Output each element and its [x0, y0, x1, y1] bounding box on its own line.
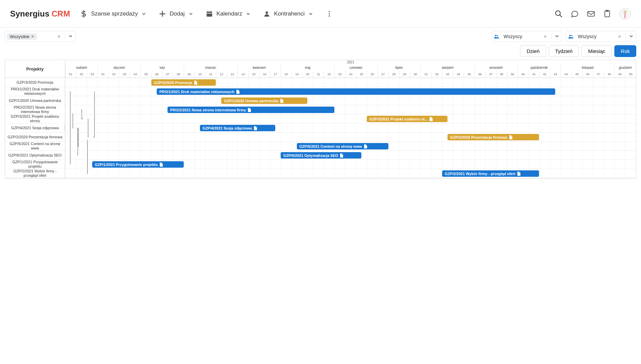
gantt-bar[interactable]: GZP/4/2021 Sesja zdjęciowa [200, 125, 275, 131]
gantt-bar[interactable]: PRO/1/2021 Druk materiałów reklamowych [157, 88, 555, 95]
gantt-week-cell: 27 [378, 71, 388, 78]
view-day-button[interactable]: Dzień [520, 45, 546, 57]
chevron-down-icon [246, 12, 250, 16]
filter-clear-icon[interactable]: ✕ [616, 34, 623, 39]
svg-rect-1 [206, 13, 212, 13]
gantt-bar[interactable]: GZP/2/2021 Wybór firmy - przegląd ofert [442, 170, 539, 177]
filter-team1-label: Wszyscy [502, 34, 523, 39]
chip-remove-icon[interactable]: ✕ [31, 34, 34, 39]
gantt-project-label[interactable]: GZP/6/2021 Optymalizacja SEO [5, 151, 65, 160]
filter-team1[interactable]: Wszyscy ✕ [491, 31, 562, 42]
document-icon [160, 163, 163, 167]
gantt-week-cell: 18 [281, 71, 291, 78]
gantt-week-cell: 20 [302, 71, 313, 78]
document-icon [248, 108, 251, 112]
gantt-bar-label: PRO/1/2021 Druk materiałów reklamowych [159, 90, 234, 94]
search-icon[interactable] [555, 10, 563, 18]
gantt-month-cell: sierpień [420, 65, 474, 71]
main-nav: Szanse sprzedaży Dodaj Kalendarz Kontrah… [80, 10, 555, 18]
gantt-week-cell: 41 [528, 71, 539, 78]
gantt-week-cell: 13 [227, 71, 237, 78]
gantt-bar-label: PRO/2/2021 Nowa strona internetowa firmy [170, 108, 246, 112]
filter-bar: Wszystkie ✕ ✕ Wszyscy ✕ Wszyscy ✕ [0, 28, 641, 45]
filter-chip-all[interactable]: Wszystkie ✕ [7, 33, 37, 40]
chat-icon[interactable] [571, 10, 579, 18]
nav-opportunities[interactable]: Szanse sprzedaży [80, 10, 146, 18]
filter-team2[interactable]: Wszyscy ✕ [565, 31, 636, 42]
svg-rect-15 [625, 13, 626, 18]
filter-dropdown-icon[interactable] [68, 33, 73, 39]
gantt-bar[interactable]: GZP/1/2020 Umowa partnerska [221, 97, 307, 104]
gantt-row: PRO/1/2021 Druk materiałów reklamowych [65, 87, 636, 96]
gantt-bar[interactable]: GZP/3/2021 Projekt szablonu st... [367, 116, 447, 122]
gantt-project-label[interactable]: GZP/3/2020 Promocja [5, 78, 65, 87]
gantt-project-label[interactable]: PRO/1/2021 Druk materiałów reklamowych [5, 87, 65, 96]
gantt-project-label[interactable]: GZP/2/2020 Prezentacja firmowa [5, 133, 65, 142]
gantt-project-label[interactable]: GZP/1/2021 Przygotowanie projektu [5, 160, 65, 169]
gantt-row: GZP/1/2020 Umowa partnerska [65, 96, 636, 105]
view-week-button[interactable]: Tydzień [549, 45, 579, 57]
gantt-project-label[interactable]: GZP/4/2021 Sesja zdjęciowa [5, 123, 65, 133]
clipboard-icon[interactable] [603, 10, 611, 18]
gantt-week-cell: 36 [475, 71, 485, 78]
gantt-bar[interactable]: GZP/5/2021 Content na stronę www [297, 143, 388, 149]
svg-point-16 [495, 35, 497, 36]
gantt-week-cell: 14 [237, 71, 248, 78]
filter-dropdown-icon[interactable] [629, 33, 634, 39]
filter-dropdown-icon[interactable] [554, 33, 560, 39]
gantt-project-list: GZP/3/2020 PromocjaPRO/1/2021 Druk mater… [5, 78, 65, 178]
document-icon [509, 135, 513, 139]
gantt-week-cell: 40 [517, 71, 528, 78]
people-icon [568, 33, 574, 39]
nav-more[interactable] [326, 10, 333, 18]
filter-clear-icon[interactable]: ✕ [56, 34, 62, 39]
gantt-bar[interactable]: GZP/2/2020 Prezentacja firmowa [447, 134, 539, 140]
gantt-week-cell: 15 [248, 71, 259, 78]
nav-contractors[interactable]: Kontrahenci [263, 10, 313, 18]
gantt-project-label[interactable]: PRO/2/2021 Nowa strona internetowa firmy [5, 105, 65, 114]
gantt-month-cell: luty [140, 65, 184, 71]
gantt-week-cell: 34 [453, 71, 464, 78]
nav-calendar[interactable]: Kalendarz [206, 10, 251, 18]
gantt-week-cell: 45 [571, 71, 582, 78]
gantt-bar[interactable]: GZP/6/2021 Optymalizacja SEO [281, 152, 361, 159]
chevron-down-icon [189, 12, 193, 16]
gantt-project-label[interactable]: GZP/5/2021 Content na stronę www [5, 142, 65, 151]
gantt-week-cell: 07 [162, 71, 173, 78]
filter-chip-label: Wszystkie [10, 34, 30, 39]
gantt-bar[interactable]: GZP/1/2021 Przygotowanie projektu [92, 161, 184, 168]
mail-icon[interactable] [587, 10, 595, 18]
view-year-button[interactable]: Rok [614, 45, 636, 57]
gantt-month-cell: kwiecień [237, 65, 281, 71]
svg-rect-14 [624, 13, 625, 18]
nav-add[interactable]: Dodaj [159, 10, 193, 18]
svg-point-19 [571, 35, 572, 36]
gantt-month-cell: rudzień [65, 65, 98, 71]
document-icon [340, 153, 343, 158]
gantt-project-label[interactable]: GZP/2/2021 Wybór firmy - przegląd ofert [5, 169, 65, 178]
filter-clear-icon[interactable]: ✕ [542, 34, 548, 39]
filter-categories[interactable]: Wszystkie ✕ ✕ [5, 31, 76, 42]
gantt-bar[interactable]: GZP/3/2020 Promocja [151, 79, 216, 86]
gantt-week-cell: 37 [485, 71, 496, 78]
gantt-week-cell: 46 [582, 71, 593, 78]
gantt-year-label: 2021 [65, 60, 636, 65]
gantt-project-label[interactable]: GZP/3/2021 Projekt szablonu strony [5, 114, 65, 123]
view-month-button[interactable]: Miesiąc [582, 45, 612, 57]
gantt-bar[interactable]: PRO/2/2021 Nowa strona internetowa firmy [168, 107, 334, 113]
gantt-week-cell: 30 [410, 71, 421, 78]
user-avatar[interactable] [619, 8, 631, 20]
gantt-week-cell: 51 [65, 71, 76, 78]
gantt-bar-label: GZP/1/2021 Przygotowanie projektu [95, 163, 158, 167]
gantt-week-cell: 10 [195, 71, 205, 78]
gantt-week-cell: 50 [625, 71, 636, 78]
gantt-week-cell: 49 [614, 71, 625, 78]
gantt-week-cell: 03 [119, 71, 130, 78]
gantt-week-cell: 52 [76, 71, 87, 78]
document-icon [430, 117, 433, 121]
gantt-month-cell: grudzień [614, 65, 636, 71]
view-switcher: Dzień Tydzień Miesiąc Rok [0, 45, 641, 60]
gantt-week-cell: 09 [184, 71, 195, 78]
plus-icon [159, 10, 166, 18]
gantt-project-label[interactable]: GZP/1/2020 Umowa partnerska [5, 96, 65, 105]
